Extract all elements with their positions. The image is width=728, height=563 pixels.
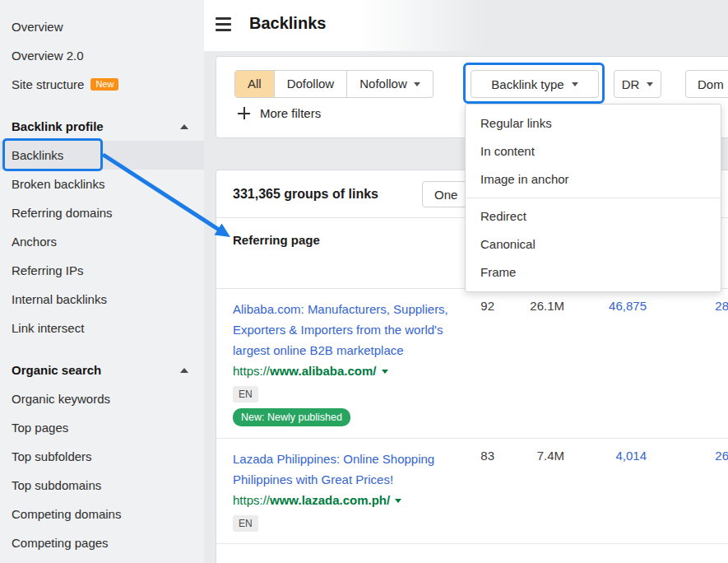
chevron-down-icon (572, 82, 578, 86)
menu-icon[interactable] (216, 17, 231, 31)
dr-value: 92 (461, 299, 494, 313)
sidebar-item-referring-ips[interactable]: Referring IPs (0, 256, 204, 285)
filter-nofollow-button[interactable]: Nofollow (347, 71, 433, 97)
referring-page-url[interactable]: https://www.lazada.com.ph/ (233, 490, 728, 510)
sidebar: Overview Overview 2.0 Site structureNew … (0, 0, 204, 563)
url-scheme: https://www.alibaba.com/ (233, 361, 377, 381)
menu-item-regular-links[interactable]: Regular links (466, 109, 721, 137)
links-count-link[interactable]: 46,875 (587, 299, 647, 313)
menu-item-redirect[interactable]: Redirect (466, 202, 721, 230)
domain-filter-button[interactable]: Dom (685, 70, 728, 98)
filter-dofollow-button[interactable]: Dofollow (275, 71, 348, 97)
filter-all-button[interactable]: All (235, 71, 275, 97)
referring-page-title-link[interactable]: Alibaba.com: Manufacturers, Suppliers, E… (233, 299, 467, 361)
sidebar-item-referring-domains[interactable]: Referring domains (0, 198, 204, 227)
sidebar-section-organic-search[interactable]: Organic search (0, 356, 204, 384)
table-row: Lazada Philippines: Online Shopping Phil… (216, 439, 728, 544)
backlink-type-menu: Regular links In content Image in anchor… (465, 104, 721, 292)
divider (466, 198, 721, 198)
dr-filter-button[interactable]: DR (614, 70, 661, 98)
sidebar-section-backlink-profile[interactable]: Backlink profile (0, 112, 204, 141)
backlink-type-dropdown-button[interactable]: Backlink type (471, 70, 599, 98)
url-scheme: https://www.lazada.com.ph/ (233, 490, 390, 510)
language-badge: EN (233, 515, 258, 532)
plus-icon (238, 107, 250, 119)
sidebar-item-organic-keywords[interactable]: Organic keywords (0, 384, 204, 413)
dr-value: 83 (461, 449, 494, 463)
sidebar-item-competing-domains[interactable]: Competing domains (0, 500, 204, 528)
sidebar-item-site-structure[interactable]: Site structureNew (0, 70, 204, 99)
menu-item-frame[interactable]: Frame (466, 258, 721, 286)
table-row: Alibaba.com: Manufacturers, Suppliers, E… (216, 289, 728, 439)
menu-item-image-in-anchor[interactable]: Image in anchor (466, 165, 721, 193)
chevron-down-icon[interactable] (395, 499, 401, 503)
language-badge: EN (233, 386, 258, 402)
traffic-value: 26.1M (515, 299, 564, 313)
newly-published-badge: New: Newly published (233, 408, 350, 426)
sidebar-item-link-intersect[interactable]: Link intersect (0, 314, 204, 342)
collapse-up-icon[interactable] (180, 124, 188, 129)
sidebar-item-top-subfolders[interactable]: Top subfolders (0, 442, 204, 471)
referring-page-title-link[interactable]: Lazada Philippines: Online Shopping Phil… (233, 449, 467, 490)
groups-of-links-count: 331,365 groups of links (233, 170, 378, 218)
links-count-link[interactable]: 4,014 (587, 449, 647, 463)
sidebar-item-anchors[interactable]: Anchors (0, 227, 204, 256)
sidebar-item-top-pages[interactable]: Top pages (0, 413, 204, 442)
column-header-referring-page[interactable]: Referring page (233, 233, 320, 247)
main-header-background (204, 0, 484, 51)
chevron-down-icon[interactable] (382, 370, 388, 374)
menu-item-canonical[interactable]: Canonical (466, 230, 721, 258)
sidebar-item-backlinks[interactable]: Backlinks (0, 141, 204, 170)
sidebar-item-internal-backlinks[interactable]: Internal backlinks (0, 285, 204, 314)
app-window: Overview Overview 2.0 Site structureNew … (0, 0, 728, 563)
referring-page-url[interactable]: https://www.alibaba.com/ (233, 361, 728, 381)
collapse-up-icon[interactable] (180, 368, 188, 373)
linked-domains-link[interactable]: 26 (693, 449, 728, 463)
sidebar-item-overview[interactable]: Overview (0, 12, 204, 41)
traffic-value: 7.4M (515, 449, 564, 463)
chevron-down-icon (414, 82, 420, 86)
linked-domains-link[interactable]: 28 (693, 299, 728, 313)
page-title: Backlinks (249, 14, 326, 33)
new-badge: New (90, 78, 118, 91)
menu-item-in-content[interactable]: In content (466, 137, 721, 165)
sidebar-item-overview-2[interactable]: Overview 2.0 (0, 41, 204, 70)
chevron-down-icon (647, 82, 653, 86)
sidebar-item-broken-backlinks[interactable]: Broken backlinks (0, 170, 204, 198)
follow-segmented-control: All Dofollow Nofollow (234, 70, 434, 98)
more-filters-button[interactable]: More filters (238, 106, 321, 120)
sidebar-item-top-subdomains[interactable]: Top subdomains (0, 471, 204, 500)
sidebar-item-competing-pages[interactable]: Competing pages (0, 528, 204, 557)
